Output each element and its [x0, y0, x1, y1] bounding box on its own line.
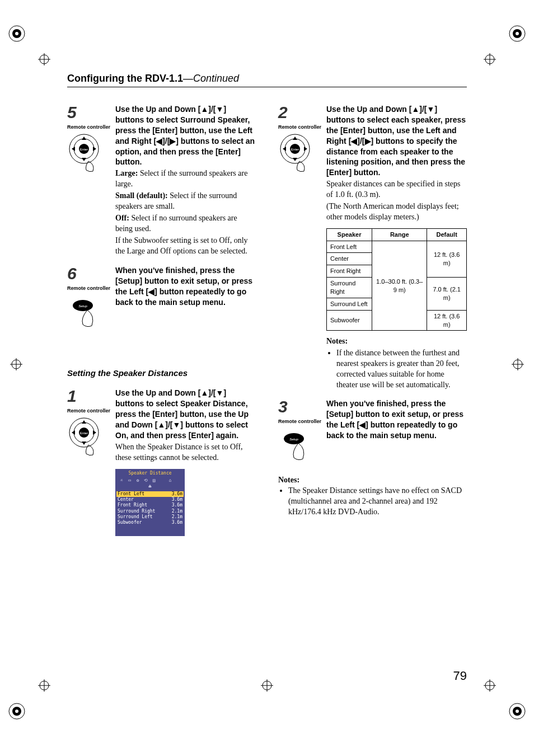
step-2: 2 Remote controller Enter — [278, 104, 467, 391]
crosshair-icon — [512, 358, 524, 370]
right-column: 2 Remote controller Enter — [278, 104, 467, 544]
osd-tab-icons: ☼ ▭ ✿ ⟲ ▤ ⌂ ⏏ — [116, 478, 184, 491]
osd-row: Front Left3.6m — [116, 491, 184, 497]
svg-marker-49 — [72, 430, 75, 435]
td-speaker: Surround Left — [327, 298, 372, 310]
svg-point-5 — [516, 32, 519, 35]
note-item: The Speaker Distance settings have no ef… — [288, 486, 467, 518]
td-default: 12 ft. (3.6 m) — [427, 241, 467, 278]
crosshair-icon — [38, 53, 50, 65]
osd-tab-icon: ▭ — [126, 478, 134, 484]
subsection-title: Setting the Speaker Distances — [67, 368, 256, 378]
remote-dpad-icon: Enter — [67, 416, 104, 457]
svg-marker-37 — [82, 137, 86, 140]
svg-point-8 — [15, 710, 18, 713]
osd-tab-icon: ⌂ — [166, 478, 174, 484]
td-speaker: Center — [327, 253, 372, 265]
th-speaker: Speaker — [327, 228, 372, 241]
osd-row-value: 3.6m — [172, 503, 182, 508]
svg-text:Setup: Setup — [78, 304, 87, 308]
svg-marker-55 — [293, 137, 297, 140]
osd-row-name: Surround Left — [118, 514, 153, 520]
registration-mark-icon — [506, 700, 528, 722]
step-1-instruction: Use the Up and Down [▲]/[▼] buttons to s… — [115, 388, 256, 440]
osd-row-name: Subwoofer — [118, 520, 142, 525]
step-2-body-1: Speaker distances can be specified in st… — [326, 179, 467, 200]
registration-mark-icon — [506, 22, 528, 45]
osd-row: Front Right3.6m — [116, 503, 184, 508]
svg-text:Enter: Enter — [80, 431, 88, 435]
osd-row-value: 2.1m — [172, 514, 182, 520]
step-number: 3 — [278, 398, 326, 415]
td-speaker: Subwoofer — [327, 310, 372, 331]
remote-setup-icon: Setup — [67, 293, 104, 335]
remote-controller-label: Remote controller — [278, 419, 326, 424]
osd-row-name: Center — [118, 497, 134, 503]
svg-marker-40 — [93, 147, 96, 151]
svg-marker-38 — [82, 158, 86, 161]
osd-row-name: Front Left — [118, 491, 144, 497]
svg-marker-48 — [82, 442, 86, 445]
crosshair-icon — [484, 53, 496, 65]
td-range: 1.0–30.0 ft. (0.3–9 m) — [372, 241, 427, 331]
osd-tab-icon: ⏏ — [146, 484, 154, 490]
osd-row-name: Surround Right — [118, 509, 155, 514]
left-column: 5 Remote controller Enter — [67, 104, 256, 544]
step-2-body-2: (The North American model displays feet;… — [326, 201, 467, 223]
td-default: 12 ft. (3.6 m) — [427, 310, 467, 331]
manual-page: Configuring the RDV-1.1—Continued 5 Remo… — [0, 0, 534, 756]
step-3-instruction: When you've finished, press the [Setup] … — [326, 398, 467, 441]
step-6-instruction: When you've finished, press the [Setup] … — [115, 265, 256, 308]
remote-controller-label: Remote controller — [67, 285, 115, 291]
td-speaker: Front Left — [327, 241, 372, 253]
distance-table: Speaker Range Default Front Left 1.0–30.… — [326, 228, 467, 331]
remote-dpad-icon: Enter — [67, 132, 104, 173]
note-item: If the distance between the furthest and… — [336, 348, 467, 391]
step-number: 6 — [67, 265, 115, 282]
svg-point-11 — [516, 710, 519, 713]
crosshair-icon — [38, 679, 50, 692]
svg-marker-57 — [283, 147, 286, 151]
svg-text:Enter: Enter — [80, 148, 88, 151]
footer-notes: Notes: The Speaker Distance settings hav… — [278, 476, 467, 518]
osd-row-value: 3.6m — [172, 491, 182, 497]
remote-controller-label: Remote controller — [67, 124, 115, 130]
td-speaker: Front Right — [327, 265, 372, 278]
svg-point-2 — [15, 32, 18, 35]
section-title-continued: —Continued — [183, 73, 239, 84]
option-off-label: Off: — [115, 214, 129, 222]
section-title: Configuring the RDV-1.1—Continued — [67, 73, 467, 87]
registration-mark-icon — [6, 700, 28, 722]
remote-dpad-icon: Enter — [278, 132, 315, 173]
page-number: 79 — [453, 669, 467, 683]
step-1-tail: When the Speaker Distance is set to Off,… — [115, 442, 256, 463]
osd-row-value: 2.1m — [172, 509, 182, 514]
remote-controller-label: Remote controller — [278, 124, 326, 130]
osd-title: Speaker Distance — [116, 470, 184, 478]
osd-tab-icon: ☼ — [118, 478, 125, 484]
svg-marker-50 — [93, 430, 96, 435]
notes-list: If the distance between the furthest and… — [326, 348, 467, 391]
step-2-instruction: Use the Up and Down [▲]/[▼] buttons to s… — [326, 104, 467, 178]
option-small-label: Small (default): — [115, 191, 168, 200]
step-5-instruction: Use the Up and Down [▲]/[▼] buttons to s… — [115, 104, 256, 167]
osd-row: Subwoofer3.6m — [116, 520, 184, 525]
th-range: Range — [372, 228, 427, 241]
option-large-label: Large: — [115, 169, 138, 177]
osd-tab-icon — [158, 478, 166, 484]
svg-text:Setup: Setup — [289, 438, 298, 441]
remote-setup-icon: Setup — [278, 426, 315, 468]
osd-row: Center3.6m — [116, 497, 184, 503]
svg-marker-39 — [72, 147, 75, 151]
step-5-tail: If the Subwoofer setting is set to Off, … — [115, 236, 256, 257]
osd-screenshot: Speaker Distance ☼ ▭ ✿ ⟲ ▤ ⌂ ⏏ Fro — [115, 469, 185, 536]
osd-row: Surround Right2.1m — [116, 509, 184, 514]
crosshair-icon — [10, 358, 22, 370]
notes-heading: Notes: — [278, 476, 467, 485]
content-columns: 5 Remote controller Enter — [67, 104, 467, 544]
step-number: 2 — [278, 104, 326, 121]
osd-tab-icon: ⟲ — [142, 478, 150, 484]
td-default: 7.0 ft. (2.1 m) — [427, 278, 467, 311]
remote-controller-label: Remote controller — [67, 408, 115, 414]
osd-tab-icon — [175, 478, 182, 484]
